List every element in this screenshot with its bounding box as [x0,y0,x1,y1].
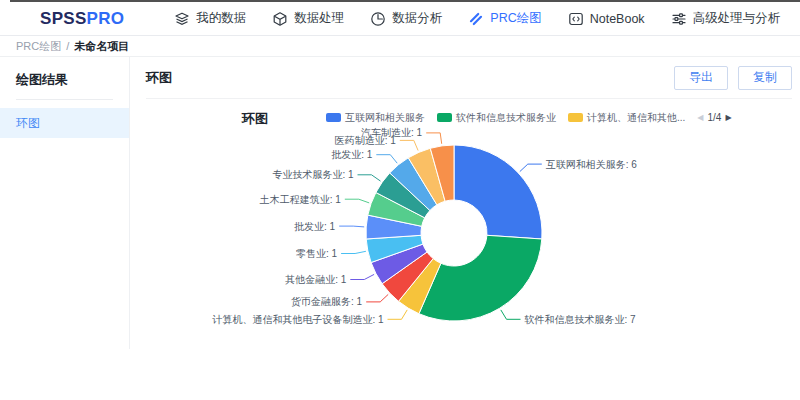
panel-title: 环图 [146,69,172,87]
slice-label: 土木工程建筑业: 1 [259,193,342,204]
nav-item-data-analysis[interactable]: 数据分析 [370,10,442,27]
logo-text-pro: PRO [87,9,125,28]
slice-leader-line [426,132,442,143]
chart-legend: 互联网和相关服务 软件和信息技术服务业 计算机、通信和其他... ◀ 1/4 ▶ [326,111,732,125]
legend-label: 互联网和相关服务 [345,111,425,125]
copy-button[interactable]: 复制 [738,66,792,90]
legend-swatch-icon [437,113,452,122]
legend-swatch-icon [326,113,341,122]
nav-item-label: 数据处理 [294,10,344,27]
nav-item-label: PRC绘图 [490,10,541,27]
legend-item-0[interactable]: 互联网和相关服务 [326,111,425,125]
pie-chart-icon [370,11,386,27]
slice-leader-line [358,174,381,180]
nav-item-my-data[interactable]: 我的数据 [174,10,246,27]
export-button[interactable]: 导出 [674,66,728,90]
breadcrumb-current: 未命名项目 [74,39,129,54]
slice-label: 计算机、通信和其他电子设备制造业: 1 [211,313,384,324]
legend-pagination: ◀ 1/4 ▶ [697,112,731,123]
sidebar-divider [16,99,113,100]
slice-leader-line [350,274,374,279]
nav-menu: 我的数据 数据处理 数据分析 PRC绘图 NoteBook 高级处理与分析 PR… [174,10,800,27]
legend-label: 软件和信息技术服务业 [456,111,556,125]
header-buttons: 导出 复制 [674,66,792,90]
slice-leader-line [339,226,364,227]
chart-title: 环图 [242,110,268,128]
breadcrumb-parent[interactable]: PRC绘图 [16,39,61,54]
legend-item-2[interactable]: 计算机、通信和其他... [568,111,685,125]
chart-region: 环图 互联网和相关服务 软件和信息技术服务业 计算机、通信和其他... ◀ 1/… [130,99,800,349]
legend-item-1[interactable]: 软件和信息技术服务业 [437,111,556,125]
slice-leader-line [520,164,542,172]
legend-swatch-icon [568,113,583,122]
top-navbar: SPSSPRO 我的数据 数据处理 数据分析 PRC绘图 NoteBook 高级… [0,0,800,36]
slice-label: 互联网和相关服务: 6 [546,158,638,169]
breadcrumb-separator: / [66,40,69,52]
nav-item-label: NoteBook [590,12,645,26]
sidebar: 绘图结果 环图 [0,57,130,349]
slice-leader-line [341,251,366,253]
slice-leader-line [345,199,369,203]
sidebar-item-ring-chart[interactable]: 环图 [0,108,129,138]
nav-item-label: 我的数据 [196,10,246,27]
slice-label: 零售业: 1 [296,248,338,259]
nav-item-notebook[interactable]: NoteBook [568,11,645,27]
slice-label: 软件和信息技术服务业: 7 [524,313,637,324]
slice-leader-line [388,309,408,318]
nav-item-label: 高级处理与分析 [693,10,781,27]
legend-next-icon[interactable]: ▶ [725,113,731,122]
nav-item-advanced-analysis[interactable]: 高级处理与分析 [671,10,781,27]
window-top-edge [10,0,800,2]
code-icon [568,11,584,27]
slice-label: 汽车制造业: 1 [361,127,423,138]
draw-icon [468,11,484,27]
content-area: 绘图结果 环图 环图 导出 复制 环图 互联网和相关服务 软件和信息技术服务业 [0,57,800,349]
donut-slice[interactable] [419,235,542,321]
cube-icon [272,11,288,27]
layers-icon [174,11,190,27]
logo-text-spss: SPSS [40,9,87,28]
slice-label: 其他金融业: 1 [285,274,347,285]
slice-leader-line [366,294,388,302]
legend-page-indicator: 1/4 [708,112,722,123]
app-logo[interactable]: SPSSPRO [40,9,124,29]
nav-item-label: 数据分析 [392,10,442,27]
donut-slice[interactable] [454,145,542,239]
legend-label: 计算机、通信和其他... [587,111,685,125]
slice-label: 批发业: 1 [331,149,373,160]
sliders-icon [671,11,687,27]
slice-label: 专业技术服务业: 1 [272,169,354,180]
nav-item-prc-plot[interactable]: PRC绘图 [468,10,541,27]
main-panel-header: 环图 导出 复制 [146,57,792,99]
donut-chart[interactable]: 互联网和相关服务: 6软件和信息技术服务业: 7计算机、通信和其他电子设备制造业… [130,99,799,359]
legend-prev-icon[interactable]: ◀ [697,113,703,122]
breadcrumb: PRC绘图 / 未命名项目 [0,36,800,57]
main-panel: 环图 导出 复制 环图 互联网和相关服务 软件和信息技术服务业 计算机、通 [130,57,800,349]
slice-leader-line [400,140,418,150]
slice-leader-line [376,154,397,163]
slice-leader-line [501,309,521,318]
sidebar-title: 绘图结果 [0,69,129,99]
slice-label: 批发业: 1 [294,220,336,231]
nav-item-data-processing[interactable]: 数据处理 [272,10,344,27]
slice-label: 货币金融服务: 1 [291,296,363,307]
